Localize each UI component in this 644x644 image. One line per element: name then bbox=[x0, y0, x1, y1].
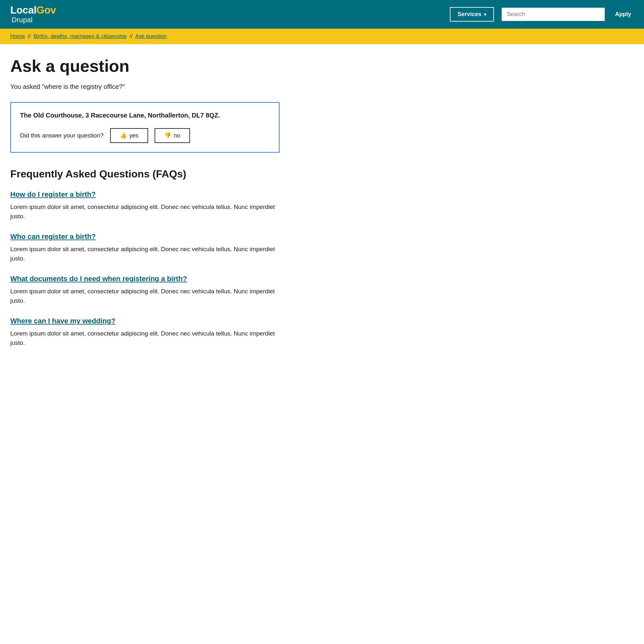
logo: LocalGov Drupal bbox=[10, 5, 56, 24]
services-label: Services bbox=[458, 11, 481, 18]
no-label: no bbox=[174, 132, 180, 139]
faq-question-2[interactable]: What documents do I need when registerin… bbox=[10, 275, 279, 283]
page-title: Ask a question bbox=[10, 57, 279, 75]
breadcrumb: Home // Births, deaths, marriages & citi… bbox=[0, 29, 644, 44]
services-button[interactable]: Services ▾ bbox=[450, 7, 494, 22]
site-header: LocalGov Drupal Services ▾ Apply bbox=[0, 0, 644, 29]
feedback-row: Did this answer your question? 👍 yes 👎 n… bbox=[20, 128, 270, 143]
faq-question-1[interactable]: Who can register a birth? bbox=[10, 232, 279, 241]
faqs-heading: Frequently Asked Questions (FAQs) bbox=[10, 168, 279, 180]
faq-answer-2: Lorem ipsum dolor sit amet, consectetur … bbox=[10, 287, 279, 305]
faqs-section: Frequently Asked Questions (FAQs) How do… bbox=[10, 168, 279, 347]
breadcrumb-current[interactable]: Ask question bbox=[135, 33, 166, 39]
chevron-down-icon: ▾ bbox=[484, 12, 486, 17]
logo-gov: Gov bbox=[36, 4, 56, 16]
search-input[interactable] bbox=[502, 8, 605, 21]
apply-label: Apply bbox=[615, 11, 631, 17]
thumbs-down-icon: 👎 bbox=[164, 132, 171, 139]
breadcrumb-home[interactable]: Home bbox=[10, 33, 25, 39]
logo-text: LocalGov bbox=[10, 5, 56, 16]
breadcrumb-section[interactable]: Births, deaths, marriages & citizenship bbox=[33, 33, 127, 39]
faq-answer-1: Lorem ipsum dolor sit amet, consectetur … bbox=[10, 245, 279, 263]
yes-label: yes bbox=[129, 132, 138, 139]
faq-item: What documents do I need when registerin… bbox=[10, 275, 279, 305]
faq-question-0[interactable]: How do I register a birth? bbox=[10, 190, 279, 199]
main-content: Ask a question You asked "where is the r… bbox=[0, 44, 290, 372]
thumbs-up-icon: 👍 bbox=[120, 132, 127, 139]
yes-button[interactable]: 👍 yes bbox=[110, 128, 148, 143]
faq-list: How do I register a birth?Lorem ipsum do… bbox=[10, 190, 279, 347]
logo-drupal: Drupal bbox=[12, 16, 56, 24]
faq-item: Where can I have my wedding?Lorem ipsum … bbox=[10, 317, 279, 347]
answer-box: The Old Courthouse, 3 Racecourse Lane, N… bbox=[10, 102, 279, 153]
faq-item: Who can register a birth?Lorem ipsum dol… bbox=[10, 232, 279, 263]
query-text: You asked "where is the registry office?… bbox=[10, 83, 279, 90]
apply-button[interactable]: Apply bbox=[612, 8, 634, 21]
faq-item: How do I register a birth?Lorem ipsum do… bbox=[10, 190, 279, 221]
breadcrumb-separator-2: // bbox=[129, 33, 134, 39]
answer-address: The Old Courthouse, 3 Racecourse Lane, N… bbox=[20, 112, 270, 119]
faq-answer-3: Lorem ipsum dolor sit amet, consectetur … bbox=[10, 329, 279, 347]
feedback-label: Did this answer your question? bbox=[20, 132, 104, 139]
faq-answer-0: Lorem ipsum dolor sit amet, consectetur … bbox=[10, 203, 279, 221]
breadcrumb-separator-1: // bbox=[28, 33, 32, 39]
no-button[interactable]: 👎 no bbox=[155, 128, 190, 143]
logo-local: Local bbox=[10, 4, 36, 16]
faq-question-3[interactable]: Where can I have my wedding? bbox=[10, 317, 279, 325]
